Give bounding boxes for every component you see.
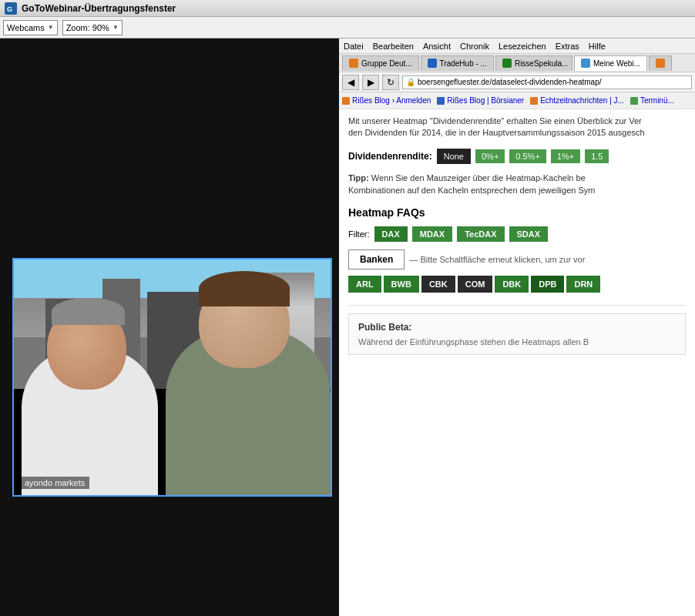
dividendenrendite-label: Dividendenrendite:	[348, 151, 432, 162]
tab-risse[interactable]: RisseSpekula...	[495, 55, 572, 71]
zoom-label: Zoom: 90%	[66, 23, 109, 32]
tab-meine-webi[interactable]: Meine Webi...	[574, 55, 647, 71]
tab-tradehub[interactable]: TradeHub - ...	[421, 55, 494, 71]
webcams-dropdown-arrow: ▼	[48, 24, 54, 31]
bookmark-1[interactable]: Rißes Blog › Anmelden	[342, 96, 431, 105]
dax-btn-tecdax[interactable]: TecDAX	[457, 226, 504, 242]
browser-panel: Datei Bearbeiten Ansicht Chronik Lesezei…	[339, 38, 695, 616]
browser-menubar: Datei Bearbeiten Ansicht Chronik Lesezei…	[339, 38, 695, 54]
stock-bwb[interactable]: BWB	[384, 276, 419, 293]
stock-dbk[interactable]: DBK	[495, 276, 529, 293]
main-area: ayondo markets ⋮ Datei Bearbeiten Ansich…	[0, 38, 695, 616]
browser-bookmarks: Rißes Blog › Anmelden Rißes Blog | Börsi…	[339, 92, 695, 109]
forward-button[interactable]: ▶	[362, 75, 379, 90]
page-content: Mit unserer Heatmap "Dividendenrendite" …	[339, 109, 695, 616]
bookmark-4[interactable]: Terminü...	[630, 96, 674, 105]
filter-1pct[interactable]: 1%+	[551, 149, 580, 163]
zoom-dropdown[interactable]: Zoom: 90% ▼	[62, 20, 123, 35]
stock-row: ARL BWB CBK COM DBK DPB DRN	[348, 276, 686, 293]
menu-bearbeiten[interactable]: Bearbeiten	[373, 42, 414, 51]
tip-text: Tipp: Wenn Sie den Mauszeiger über die H…	[348, 172, 686, 197]
webcams-dropdown[interactable]: Webcams ▼	[3, 20, 58, 35]
separator	[348, 305, 686, 306]
webcams-label: Webcams	[7, 23, 45, 32]
tab-icon-tradehub	[428, 59, 437, 68]
back-button[interactable]: ◀	[342, 75, 359, 90]
bookmark-icon-4	[630, 97, 638, 105]
filter-0pct[interactable]: 0%+	[475, 149, 505, 163]
stock-dpb[interactable]: DPB	[531, 276, 564, 293]
stock-drn[interactable]: DRN	[566, 276, 600, 293]
stock-com[interactable]: COM	[458, 276, 493, 293]
menu-ansicht[interactable]: Ansicht	[423, 42, 451, 51]
menu-hilfe[interactable]: Hilfe	[589, 42, 606, 51]
stock-arl[interactable]: ARL	[348, 276, 381, 293]
page-description: Mit unserer Heatmap "Dividendenrendite" …	[348, 116, 686, 139]
tab-extra[interactable]	[649, 55, 672, 71]
public-beta-title: Public Beta:	[358, 322, 676, 333]
dax-btn-mdax[interactable]: MDAX	[412, 226, 452, 242]
banken-description: — Bitte Schaltfläche erneut klicken, um …	[409, 255, 585, 264]
address-bar[interactable]: 🔒 boersengefluester.de/dataselect-divide…	[402, 75, 692, 89]
bookmark-2[interactable]: Rißes Blog | Börsianer	[437, 96, 524, 105]
menu-lesezeichen[interactable]: Lesezeichen	[499, 42, 546, 51]
menu-chronik[interactable]: Chronik	[460, 42, 489, 51]
bookmark-icon-2	[437, 97, 445, 105]
menu-extras[interactable]: Extras	[556, 42, 579, 51]
tab-icon-risse	[502, 59, 512, 68]
stock-cbk[interactable]: CBK	[421, 276, 455, 293]
lock-icon: 🔒	[406, 78, 415, 86]
bookmark-icon-1	[342, 97, 350, 105]
svg-text:G: G	[7, 5, 12, 13]
webcam-frame: ayondo markets ⋮	[12, 258, 332, 497]
filter-15pct[interactable]: 1.5	[585, 149, 609, 163]
toolbar: Webcams ▼ Zoom: 90% ▼	[0, 17, 695, 38]
faq-title: Heatmap FAQs	[348, 206, 686, 219]
dax-filter-row: Filter: DAX MDAX TecDAX SDAX	[348, 226, 686, 242]
reload-button[interactable]: ↻	[382, 75, 399, 90]
webcam-panel: ayondo markets ⋮	[0, 38, 339, 616]
webcam-label: ayondo markets	[20, 477, 89, 489]
drag-handle[interactable]: ⋮	[331, 366, 332, 389]
tab-icon-gruppe	[349, 59, 358, 68]
public-beta-desc: Während der Einführungsphase stehen die …	[358, 337, 676, 346]
browser-addressbar: ◀ ▶ ↻ 🔒 boersengefluester.de/dataselect-…	[339, 72, 695, 92]
banken-button[interactable]: Banken	[348, 249, 405, 270]
tab-gruppe[interactable]: Gruppe Deut...	[342, 55, 419, 71]
bookmark-3[interactable]: Echtzeitnachrichten | J...	[530, 96, 624, 105]
dividendenrendite-filter: Dividendenrendite: None 0%+ 0.5%+ 1%+ 1.…	[348, 149, 686, 164]
public-beta-box: Public Beta: Während der Einführungsphas…	[348, 313, 686, 355]
address-text: boersengefluester.de/dataselect-dividend…	[418, 78, 602, 86]
tab-icon-meine	[581, 59, 590, 68]
dax-btn-sdax[interactable]: SDAX	[509, 226, 549, 242]
dax-btn-dax[interactable]: DAX	[374, 226, 408, 242]
banken-row: Banken — Bitte Schaltfläche erneut klick…	[348, 249, 686, 270]
zoom-dropdown-arrow: ▼	[112, 24, 119, 31]
filter-label: Filter:	[348, 229, 370, 239]
tab-icon-extra	[656, 59, 665, 68]
menu-datei[interactable]: Datei	[344, 42, 364, 51]
bookmark-icon-3	[530, 97, 538, 105]
browser-tabs: Gruppe Deut... TradeHub - ... RisseSpeku…	[339, 54, 695, 72]
title-bar: G GoToWebinar-Übertragungsfenster	[0, 0, 695, 17]
app-icon: G	[5, 2, 17, 15]
filter-05pct[interactable]: 0.5%+	[509, 149, 546, 163]
window-title: GoToWebinar-Übertragungsfenster	[22, 3, 176, 14]
filter-none[interactable]: None	[437, 149, 471, 164]
